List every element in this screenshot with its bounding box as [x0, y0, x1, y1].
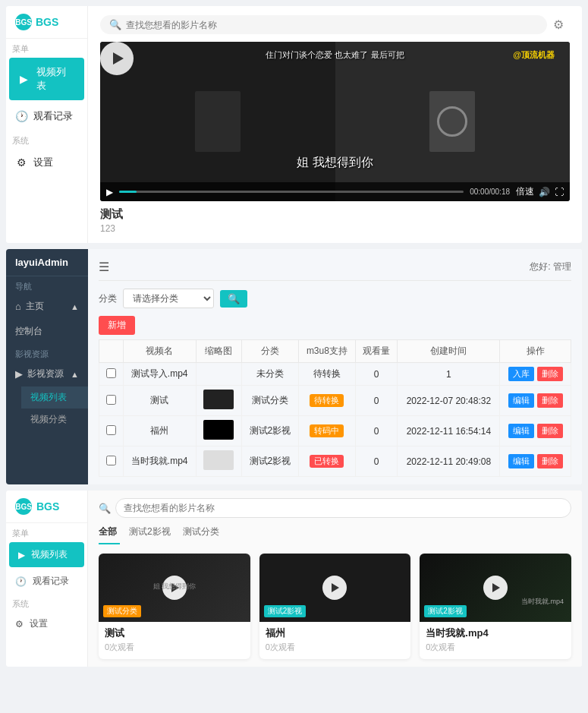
cat-tab-2[interactable]: 测试分类 — [183, 525, 219, 540]
row-checkbox[interactable] — [106, 395, 116, 405]
cell-thumb — [196, 386, 241, 416]
card-meta: 0次观看 — [105, 642, 244, 653]
play-pause-button[interactable]: ▶ — [106, 187, 113, 197]
cell-name: 测试 — [123, 386, 196, 416]
section-frontend-list: BGS BGS 菜单 ▶ 视频列表 🕐 观看记录 系统 ⚙ 设置 🔍 全部 测 — [6, 491, 582, 667]
m3u8-tag: 已转换 — [310, 455, 344, 468]
sidebar3-nav-label: 菜单 — [6, 523, 87, 541]
sidebar-item-console[interactable]: 控制台 — [6, 319, 88, 344]
video-card: 姐 我想得到你 测试分类 测试 0次观看 — [99, 554, 250, 659]
edit-button[interactable]: 编辑 — [508, 424, 534, 438]
col-name: 视频名 — [123, 340, 196, 363]
video-card: 当时我就.mp4 测试2影视 当时我就.mp4 0次观看 — [420, 554, 571, 659]
delete-button[interactable]: 删除 — [537, 393, 563, 408]
card-category-tag: 测试2影视 — [264, 605, 307, 617]
video-title: 测试 — [100, 207, 570, 222]
frontend-list-main: 🔍 全部 测试2影视 测试分类 姐 我想得到你 测试分类 — [88, 491, 582, 667]
top-bar: 🔍 ⚙ — [100, 15, 570, 34]
sidebar-item-video-category[interactable]: 视频分类 — [21, 409, 88, 431]
cell-category: 测试分类 — [241, 386, 298, 416]
delete-button[interactable]: 删除 — [537, 424, 563, 438]
hamburger-icon[interactable]: ☰ — [99, 260, 109, 274]
admin-main: ☰ 您好: 管理 分类 请选择分类 🔍 新增 视频名 缩略图 分类 m3u8支持… — [88, 249, 582, 484]
edit-button[interactable]: 入库 — [508, 367, 534, 381]
edit-button[interactable]: 编辑 — [508, 393, 534, 408]
row-checkbox[interactable] — [106, 456, 116, 465]
cell-thumb — [196, 363, 241, 386]
sidebar-sub-menu: 视频列表 视频分类 — [6, 386, 88, 431]
speed-button[interactable]: 倍速 — [516, 185, 534, 198]
cell-thumb — [196, 416, 241, 446]
sidebar-item-label: 观看记录 — [33, 109, 73, 123]
frontend-logo: BGS BGS — [6, 6, 87, 39]
settings-icon: ⚙ — [15, 156, 27, 169]
add-video-button[interactable]: 新增 — [99, 316, 135, 335]
cell-views: 0 — [355, 446, 398, 477]
fullscreen-button[interactable]: ⛶ — [555, 187, 564, 197]
cat-tab-1[interactable]: 测试2影视 — [129, 525, 171, 540]
col-created: 创建时间 — [398, 340, 500, 363]
col-views: 观看量 — [355, 340, 398, 363]
sidebar-item-video-list[interactable]: 视频列表 — [21, 386, 88, 409]
arrow-icon: ▲ — [71, 370, 79, 379]
cell-created: 2022-12-11 16:54:14 — [398, 416, 500, 446]
sidebar3-item-label: 视频列表 — [31, 548, 68, 561]
video-left — [100, 42, 335, 201]
sidebar-item-settings[interactable]: ⚙ 设置 — [6, 148, 87, 177]
sidebar3-system-label: 系统 — [6, 594, 87, 611]
sidebar-nav-label: 菜单 — [6, 39, 87, 56]
filter-row: 分类 请选择分类 🔍 — [99, 289, 571, 308]
logo-text: BGS — [36, 500, 59, 513]
row-checkbox[interactable] — [106, 425, 116, 435]
sidebar3-item-settings[interactable]: ⚙ 设置 — [6, 611, 87, 636]
col-m3u8: m3u8支持 — [299, 340, 356, 363]
search-input[interactable] — [126, 20, 538, 30]
cell-created: 1 — [398, 363, 500, 386]
search-input[interactable] — [115, 498, 571, 518]
edit-button[interactable]: 编辑 — [508, 454, 534, 468]
search-bar: 🔍 — [100, 15, 547, 34]
sidebar-item-watch-history[interactable]: 🕐 观看记录 — [6, 102, 87, 131]
sidebar3-item-video-list[interactable]: ▶ 视频列表 — [9, 542, 84, 567]
card-play-button[interactable] — [483, 576, 508, 600]
col-ops: 操作 — [500, 340, 571, 363]
cell-views: 0 — [355, 416, 398, 446]
video-scene — [100, 42, 570, 201]
cat-tab-all[interactable]: 全部 — [99, 525, 117, 540]
progress-bar[interactable] — [119, 191, 464, 193]
cell-ops: 编辑 删除 — [500, 386, 571, 416]
m3u8-tag: 待转换 — [310, 394, 344, 407]
play-button[interactable] — [100, 42, 134, 75]
sidebar-nav-label: 导航 — [6, 276, 88, 294]
cell-created: 2022-12-07 20:48:32 — [398, 386, 500, 416]
history-icon: 🕐 — [15, 110, 27, 122]
cell-ops: 入库 删除 — [500, 363, 571, 386]
card-play-button[interactable] — [322, 576, 347, 600]
card-thumbnail: 测试2影视 — [259, 554, 411, 622]
card-meta: 0次观看 — [266, 642, 405, 653]
cell-views: 0 — [355, 386, 398, 416]
card-category-tag: 测试2影视 — [424, 605, 467, 617]
sidebar-item-video-list[interactable]: ▶ 视频列表 — [9, 58, 84, 100]
filter-search-button[interactable]: 🔍 — [220, 290, 247, 308]
cell-category: 测试2影视 — [241, 416, 298, 446]
admin-topbar: ☰ 您好: 管理 — [99, 257, 571, 281]
search-icon: 🔍 — [99, 503, 111, 514]
row-checkbox[interactable] — [106, 368, 116, 378]
search-row: 🔍 — [99, 498, 571, 518]
card-title: 福州 — [266, 626, 405, 640]
category-filter-select[interactable]: 请选择分类 — [123, 289, 214, 308]
card-body: 当时我就.mp4 0次观看 — [420, 622, 571, 659]
sidebar3-item-watch-history[interactable]: 🕐 观看记录 — [6, 569, 87, 594]
sidebar-item-home[interactable]: ⌂ 主页 ▲ — [6, 294, 88, 319]
delete-button[interactable]: 删除 — [537, 454, 563, 468]
home-icon: ⌂ — [15, 301, 21, 312]
sidebar-admin: layuiAdmin 导航 ⌂ 主页 ▲ 控制台 影视资源 ▶ 影视资源 ▲ 视… — [6, 249, 88, 484]
settings-icon[interactable]: ⚙ — [547, 17, 570, 32]
delete-button[interactable]: 删除 — [537, 367, 563, 381]
volume-button[interactable]: 🔊 — [539, 187, 550, 197]
video-icon: ▶ — [15, 368, 23, 380]
sidebar-group-resources[interactable]: ▶ 影视资源 ▲ — [6, 361, 88, 386]
time-display: 00:00/00:18 — [470, 188, 510, 196]
video-controls: ▶ 00:00/00:18 倍速 🔊 ⛶ — [100, 182, 570, 201]
